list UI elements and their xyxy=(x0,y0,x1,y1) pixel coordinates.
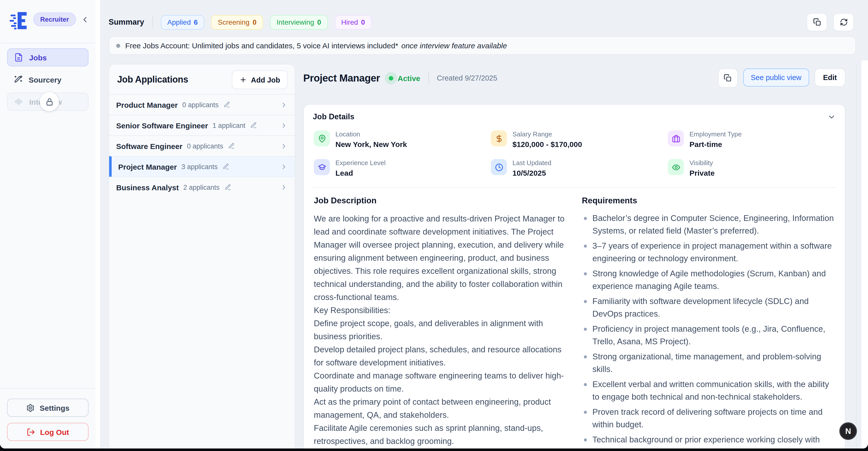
description-columns: Job Description We are looking for a pro… xyxy=(304,188,845,449)
requirement-item: Familiarity with software development li… xyxy=(582,295,836,320)
banner-note: once interview feature available xyxy=(401,41,507,50)
requirement-item: Proficiency in project management tools … xyxy=(582,322,836,348)
card-header[interactable]: Job Details xyxy=(304,105,845,125)
requirements-list: Bachelor’s degree in Computer Science, E… xyxy=(582,212,836,449)
requirement-item: Strong knowledge of Agile methodologies … xyxy=(582,267,836,292)
logout-label: Log Out xyxy=(40,428,69,436)
chevron-right-icon[interactable] xyxy=(280,121,288,129)
tab-applied[interactable]: Applied6 xyxy=(161,15,204,29)
job-header: Project Manager Active Created 9/27/2025… xyxy=(303,67,845,89)
graduation-cap-icon xyxy=(314,159,330,175)
field-label: Employment Type xyxy=(689,130,742,138)
job-applicant-count: 3 applicants xyxy=(181,163,217,170)
field-label: Last Updated xyxy=(513,159,551,167)
banner-text: Free Jobs Account: Unlimited jobs and ca… xyxy=(125,41,507,50)
job-list: Product Manager 0 applicants Senior Soft… xyxy=(109,94,295,197)
gear-icon xyxy=(26,403,35,412)
description-paragraph: Act as the primary point of contact betw… xyxy=(314,395,571,421)
sidebar-footer-divider xyxy=(0,388,96,389)
job-list-item[interactable]: Senior Software Engineer 1 applicant xyxy=(109,115,295,135)
field-value: 10/5/2025 xyxy=(513,169,551,177)
job-applicant-count: 0 applicants xyxy=(182,101,218,109)
edit-pencil-icon[interactable] xyxy=(222,163,229,170)
stage-tabs: Applied6 Screening0 Interviewing0 Hired0 xyxy=(161,15,371,29)
job-applicant-count: 0 applicants xyxy=(187,142,223,150)
tab-count: 0 xyxy=(317,18,321,26)
sidebar-item-interview: Interview xyxy=(7,93,89,111)
field-visibility: Visibility Private xyxy=(668,159,836,177)
job-list-item[interactable]: Software Engineer 0 applicants xyxy=(109,135,295,156)
field-label: Location xyxy=(335,130,407,138)
chevron-right-icon[interactable] xyxy=(280,142,288,150)
field-salary: Salary Range $120,000 - $170,000 xyxy=(491,130,668,148)
tab-hired[interactable]: Hired0 xyxy=(335,15,372,29)
tab-interviewing[interactable]: Interviewing0 xyxy=(270,15,328,29)
lock-icon xyxy=(40,92,59,111)
sourcery-icon xyxy=(13,75,23,84)
description-paragraph: Define project scope, goals, and deliver… xyxy=(314,317,571,343)
tab-summary[interactable]: Summary xyxy=(108,18,144,27)
plan-banner: Free Jobs Account: Unlimited jobs and ca… xyxy=(108,36,856,55)
map-pin-icon xyxy=(314,130,330,146)
job-list-item[interactable]: Project Manager 3 applicants xyxy=(109,156,295,177)
tab-count: 0 xyxy=(361,18,365,26)
edit-button[interactable]: Edit xyxy=(814,68,845,87)
sidebar-item-sourcery[interactable]: Sourcery xyxy=(7,71,89,89)
job-list-item[interactable]: Business Analyst 2 applicants xyxy=(109,177,295,197)
see-public-view-button[interactable]: See public view xyxy=(743,68,809,87)
settings-button[interactable]: Settings xyxy=(7,399,89,417)
description-paragraph: Key Responsibilities: xyxy=(314,304,571,317)
panel-header: Job Applications Add Job xyxy=(109,64,295,94)
chevron-right-icon[interactable] xyxy=(280,163,288,170)
add-job-label: Add Job xyxy=(251,76,280,84)
job-header-actions: See public view Edit xyxy=(718,68,845,88)
copy-button[interactable] xyxy=(807,13,827,31)
job-applicant-count: 2 applicants xyxy=(183,184,219,191)
edit-pencil-icon[interactable] xyxy=(223,101,230,108)
copy-job-button[interactable] xyxy=(718,68,738,88)
tab-screening[interactable]: Screening0 xyxy=(211,15,263,29)
chevron-right-icon[interactable] xyxy=(280,101,288,109)
logout-icon xyxy=(27,428,35,436)
chevron-down-icon[interactable] xyxy=(827,113,836,121)
field-employment-type: Employment Type Part-time xyxy=(668,130,836,148)
detail-fields: Location New York, New York Salary Range… xyxy=(304,125,845,187)
requirement-item: Excellent verbal and written communicati… xyxy=(582,378,836,403)
sidebar-item-label: Jobs xyxy=(29,53,47,62)
refresh-button[interactable] xyxy=(833,13,854,31)
edit-pencil-icon[interactable] xyxy=(228,142,235,149)
job-description-title: Job Description xyxy=(314,196,571,205)
content-edge-line xyxy=(856,64,857,449)
created-date: Created 9/27/2025 xyxy=(437,74,497,82)
recruiter-app-window: Recruiter Jobs Sourcery xyxy=(0,0,868,449)
requirement-item: Bachelor’s degree in Computer Science, E… xyxy=(582,212,836,237)
status-dot-icon xyxy=(389,76,393,80)
job-details-card: Job Details Location New York, New York xyxy=(303,104,845,449)
sidebar-edge xyxy=(96,0,100,449)
tab-count: 0 xyxy=(252,18,256,26)
edit-pencil-icon[interactable] xyxy=(224,184,231,191)
chevron-right-icon[interactable] xyxy=(280,184,288,191)
requirements-section: Requirements Bachelor’s degree in Comput… xyxy=(582,196,836,449)
pipeline-topbar: Summary Applied6 Screening0 Interviewing… xyxy=(108,12,854,32)
field-experience-level: Experience Level Lead xyxy=(314,159,491,177)
job-applications-panel: Job Applications Add Job Product Manager… xyxy=(108,64,295,449)
sidebar-collapse-button[interactable] xyxy=(81,15,90,24)
interview-waveform-icon xyxy=(14,97,23,106)
requirements-title: Requirements xyxy=(582,196,836,205)
status-badge: Active xyxy=(389,74,420,82)
add-job-button[interactable]: Add Job xyxy=(232,71,288,89)
assistant-floating-button[interactable]: N xyxy=(839,422,857,440)
edit-pencil-icon[interactable] xyxy=(250,122,257,129)
logout-button[interactable]: Log Out xyxy=(7,423,89,441)
field-location: Location New York, New York xyxy=(314,130,491,148)
header-divider xyxy=(428,73,429,84)
sidebar-item-jobs[interactable]: Jobs xyxy=(7,48,89,66)
job-applicant-count: 1 applicant xyxy=(213,121,245,129)
job-title: Software Engineer xyxy=(116,142,182,150)
job-description-text: We are looking for a proactive and resul… xyxy=(314,212,571,449)
job-title: Product Manager xyxy=(116,101,178,109)
scrollbar-track[interactable] xyxy=(862,60,868,449)
requirement-item: Strong organizational, time management, … xyxy=(582,350,836,375)
job-list-item[interactable]: Product Manager 0 applicants xyxy=(109,94,295,115)
